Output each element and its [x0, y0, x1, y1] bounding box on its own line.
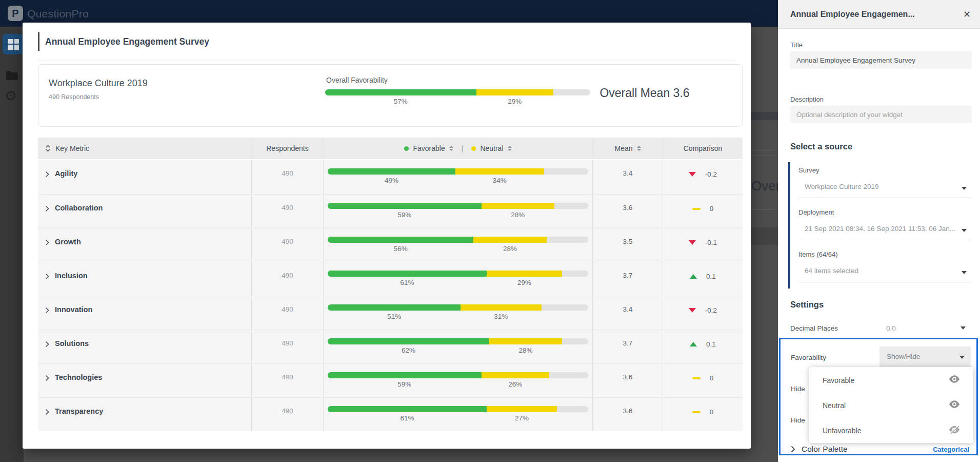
expand-row-icon[interactable] [45, 409, 49, 415]
sidebar-item-dashboard[interactable] [3, 34, 23, 54]
comparison-value: -0.2 [705, 170, 717, 178]
favorable-pct-label: 56% [394, 245, 408, 253]
deployment-label: Deployment [798, 208, 834, 216]
sort-neutral-icon[interactable] [508, 146, 512, 151]
sort-mean-icon[interactable] [637, 146, 641, 151]
expand-row-icon[interactable] [45, 171, 49, 178]
mean-value: 3.6 [623, 204, 633, 211]
column-separator: | [457, 144, 468, 152]
divider [38, 61, 735, 61]
expand-row-icon[interactable] [45, 341, 49, 348]
comparison-value: -0.1 [705, 239, 717, 246]
expand-row-icon[interactable] [45, 307, 49, 314]
mean-value: 3.4 [623, 169, 633, 177]
col-comparison: Comparison [663, 138, 743, 159]
trend-down-icon [689, 240, 696, 245]
neutral-pct-label: 28% [511, 211, 525, 219]
expand-row-icon[interactable] [45, 205, 49, 212]
table-row[interactable]: Collaboration 490 59% 28% 3.6 0 [38, 194, 743, 228]
items-select[interactable]: 64 items selected [798, 263, 972, 282]
expand-row-icon[interactable] [45, 273, 49, 280]
trend-flat-icon [692, 208, 701, 210]
bar-favorable-segment [328, 203, 482, 209]
overall-favorable-pct: 57% [394, 98, 408, 105]
mean-value: 3.6 [623, 407, 633, 415]
chevron-down-icon [962, 271, 967, 274]
dropdown-option-favorable[interactable]: Favorable [809, 368, 973, 393]
favorability-bar: 51% 31% [328, 304, 588, 311]
eye-hidden-icon[interactable] [949, 425, 960, 436]
trend-flat-icon [692, 377, 701, 379]
table-row[interactable]: Transparency 490 61% 27% 3.6 0 [38, 397, 743, 431]
favorable-dot-icon [404, 146, 409, 151]
folder-icon[interactable] [6, 70, 18, 81]
table-row[interactable]: Technologies 490 59% 26% 3.6 0 [38, 363, 743, 397]
respondents-value: 490 [282, 339, 293, 347]
source-accent-bar [788, 162, 790, 288]
respondents-value: 490 [282, 272, 293, 279]
favorability-bar: 59% 26% [328, 372, 588, 378]
background-band [750, 227, 778, 245]
comparison-value: 0 [710, 374, 714, 382]
table-row[interactable]: Innovation 490 51% 31% 3.4 -0.2 [38, 296, 743, 330]
neutral-pct-label: 28% [519, 346, 533, 354]
table-header-row: Key Metric Respondents Favorable | Neutr… [38, 138, 743, 159]
favorable-pct-label: 59% [397, 380, 411, 388]
table-row[interactable]: Solutions 490 62% 28% 3.7 0.1 [38, 330, 743, 363]
expand-palette-icon[interactable] [791, 446, 795, 453]
expand-row-icon[interactable] [45, 375, 49, 381]
eye-visible-icon[interactable] [949, 400, 960, 410]
comparison-value: -0.2 [705, 306, 717, 314]
table-body: Agility 490 49% 34% 3.4 -0.2 Collaborati… [38, 160, 743, 431]
survey-select[interactable]: Workplace Culture 2019 [798, 179, 972, 198]
neutral-pct-label: 27% [515, 414, 529, 422]
decimal-places-row[interactable]: Decimal Places 0.0 [790, 319, 972, 340]
eye-visible-icon[interactable] [949, 375, 960, 385]
neutral-pct-label: 28% [503, 245, 517, 253]
hide-setting-label-1: Hide [791, 385, 805, 393]
widget-title: Annual Employee Engagement Survey [45, 36, 209, 47]
col-key-metric[interactable]: Key Metric [55, 144, 89, 152]
overall-favorability-label: Overall Favorability [326, 76, 388, 84]
col-mean-label[interactable]: Mean [614, 144, 632, 152]
gear-icon[interactable]: ⚙ [5, 89, 17, 103]
favorable-pct-label: 61% [400, 414, 414, 422]
neutral-pct-label: 26% [508, 380, 522, 388]
description-input[interactable] [790, 106, 972, 123]
title-accent-bar [38, 32, 39, 51]
trend-up-icon [690, 274, 697, 279]
sort-favorable-icon[interactable] [449, 146, 453, 151]
trend-flat-icon [692, 411, 701, 413]
trend-down-icon [689, 308, 696, 313]
favorable-pct-label: 51% [387, 313, 401, 320]
neutral-pct-label: 34% [493, 177, 507, 184]
col-neutral[interactable]: Neutral [480, 144, 503, 152]
close-icon[interactable]: ✕ [963, 10, 971, 19]
col-favorable[interactable]: Favorable [413, 144, 445, 152]
favorability-select[interactable]: Show/Hide [879, 346, 971, 368]
respondents-value: 490 [282, 407, 293, 415]
table-row[interactable]: Inclusion 490 61% 29% 3.7 0.1 [38, 262, 743, 296]
widget-settings-panel: Annual Employee Engagemen... ✕ Title Des… [778, 0, 980, 462]
color-palette-row[interactable]: Color Palette Categorical [791, 443, 969, 455]
mean-value: 3.5 [623, 238, 633, 245]
expand-all-icon[interactable] [45, 144, 51, 153]
option-label: Neutral [823, 401, 949, 410]
bar-neutral-segment [482, 203, 554, 209]
expand-row-icon[interactable] [45, 239, 49, 246]
description-field-label: Description [790, 95, 824, 103]
panel-header: Annual Employee Engagemen... ✕ [778, 0, 980, 29]
deployment-select[interactable]: 21 Sep 2021 08:34, 16 Sep 2021 11:53, 06… [798, 221, 972, 240]
table-row[interactable]: Agility 490 49% 34% 3.4 -0.2 [38, 160, 743, 194]
items-label: Items (64/64) [798, 251, 838, 258]
dropdown-option-unfavorable[interactable]: Unfavorable [809, 418, 973, 443]
panel-title: Annual Employee Engagemen... [790, 10, 963, 19]
title-input[interactable] [790, 51, 972, 69]
color-palette-value[interactable]: Categorical [933, 446, 969, 453]
decimal-places-label: Decimal Places [790, 324, 838, 332]
respondents-value: 490 [282, 169, 293, 177]
dropdown-option-neutral[interactable]: Neutral [809, 393, 973, 418]
questionpro-logo-icon: P [8, 6, 23, 21]
respondents-value: 490 [282, 305, 293, 313]
table-row[interactable]: Growth 490 56% 28% 3.5 -0.1 [38, 228, 743, 262]
